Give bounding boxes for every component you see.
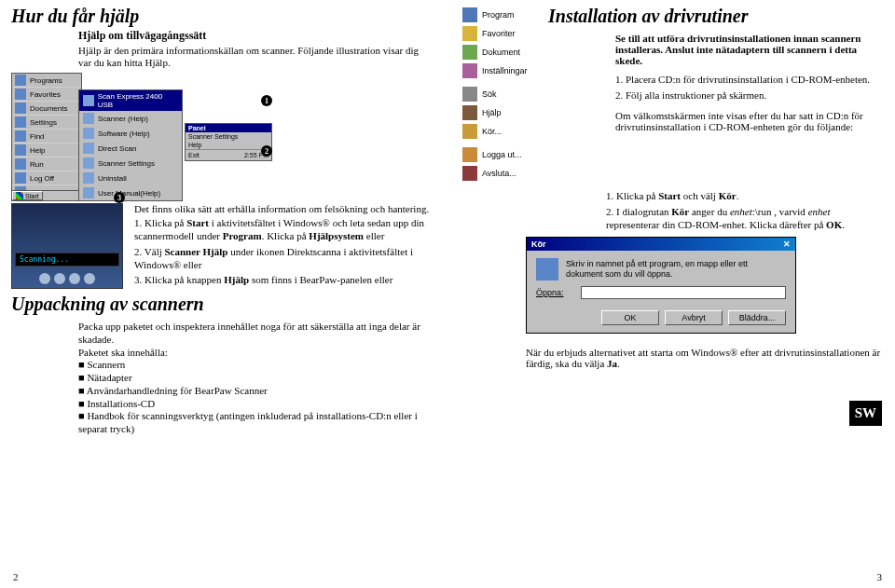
pack-p1: Packa upp paketet och inspektera innehål… <box>78 321 431 347</box>
list-item: 2. I dialogrutan Kör anger du enhet:\run… <box>606 206 882 232</box>
open-label: Öppna: <box>536 288 573 297</box>
language-badge: SW <box>849 401 882 426</box>
list-item: Scannern <box>78 359 431 372</box>
documents-icon <box>462 45 477 60</box>
list-item: 2. Välj Scanner Hjälp under ikonen Direk… <box>134 246 431 272</box>
list-item: Användarhandledning för BearPaw Scanner <box>78 385 431 398</box>
settings-icon <box>462 63 477 78</box>
heading-help: Hur du får hjälp <box>11 6 431 27</box>
run-dialog-icon <box>536 258 558 280</box>
run-icon <box>462 124 477 139</box>
list-item: Handbok för scanningsverktyg (antingen i… <box>78 410 431 436</box>
logoff-icon <box>462 147 477 162</box>
page-number: 3 <box>877 571 883 582</box>
dialog-text: Skriv in namnet på ett program, en mapp … <box>566 259 786 280</box>
windows-start-menu-sv: Program Favoriter Dokument Inställningar… <box>459 6 537 183</box>
search-icon <box>462 87 477 102</box>
list-item: 1. Klicka på Start och välj Kör. <box>606 190 882 203</box>
help-icon <box>462 105 477 120</box>
heading-install: Installation av drivrutiner <box>548 6 882 27</box>
heading-unpack: Uppackning av scannern <box>11 294 431 315</box>
close-icon[interactable]: ✕ <box>783 239 791 249</box>
start-button[interactable]: Start <box>12 191 43 200</box>
dialog-title: Kör <box>531 239 546 249</box>
cancel-button[interactable]: Avbryt <box>665 310 723 325</box>
taskbar: Start <box>11 190 80 201</box>
info-paragraph: Det finns olika sätt att erhålla informa… <box>134 203 431 214</box>
page-number: 2 <box>13 571 19 582</box>
list-item: 3. Klicka på knappen Hjälp som finns i B… <box>134 274 431 287</box>
start-menu: Programs Favorites Documents Settings Fi… <box>11 73 82 200</box>
programs-icon <box>462 7 477 22</box>
list-item: 2. Följ alla instruktioner på skärmen. <box>615 89 882 103</box>
windows-icon <box>16 192 23 199</box>
browse-button[interactable]: Bläddra... <box>728 310 786 325</box>
scanner-display: Scanning... <box>11 203 123 289</box>
windows-screenshot: Programs Favorites Documents Settings Fi… <box>11 73 272 201</box>
callout-3: 3 <box>114 192 125 203</box>
list-item: 1. Klicka på Start i aktivitetsfältet i … <box>134 217 431 243</box>
favorites-icon <box>462 26 477 41</box>
help-intro: Hjälp är den primära informationskällan … <box>78 45 431 69</box>
open-input[interactable] <box>581 286 786 299</box>
list-item: 1. Placera CD:n för drivrutinsinstallati… <box>615 74 882 87</box>
list-item: Installations-CD <box>78 398 431 411</box>
ok-button[interactable]: OK <box>601 310 659 325</box>
restart-p: När du erbjuds alternativet att starta o… <box>526 347 882 369</box>
list-item: Nätadapter <box>78 372 431 385</box>
install-warning: Se till att utföra drivrutinsinstallatio… <box>615 33 882 66</box>
run-dialog: Kör✕ Skriv in namnet på ett program, en … <box>526 237 796 334</box>
noscreen-p: Om välkomstskärmen inte visas efter du h… <box>615 110 882 132</box>
callout-1: 1 <box>261 95 272 106</box>
subheading-help: Hjälp om tillvägagångssätt <box>78 29 431 43</box>
tray-panel: Panel Scanner Settings Help Exit2:55 PM <box>185 123 272 161</box>
pack-p2: Paketet ska innehålla: <box>78 347 431 360</box>
shutdown-icon <box>462 166 477 181</box>
programs-flyout: Scan Express 2400 USB Scanner (Help) Sof… <box>78 89 183 201</box>
